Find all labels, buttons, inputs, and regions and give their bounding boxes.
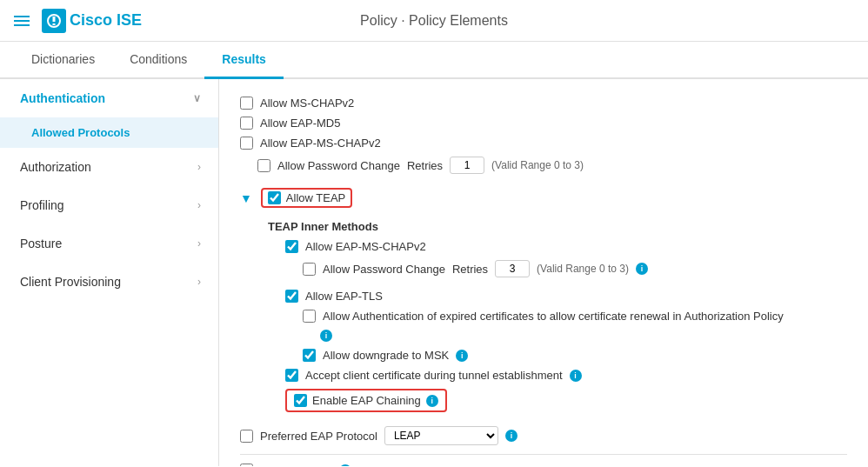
retries-label-teap: Retries [452, 263, 488, 276]
label-allow-password-change-top: Allow Password Change [277, 159, 400, 172]
row-allow-teap: ▼ Allow TEAP [240, 184, 847, 211]
sidebar-item-profiling[interactable]: Profiling › [0, 186, 218, 224]
checkbox-allow-eap-ms-chapv2-top[interactable] [240, 137, 253, 150]
teap-inner-methods-title: TEAP Inner Methods [268, 220, 847, 233]
checkbox-teap-allow-password-change[interactable] [303, 263, 316, 276]
checkbox-teap-allow-auth-expired[interactable] [303, 310, 316, 323]
label-teap-allow-downgrade: Allow downgrade to MSK [323, 349, 449, 362]
label-teap-enable-eap-chaining: Enable EAP Chaining [312, 394, 421, 407]
info-icon-downgrade[interactable]: i [456, 350, 468, 362]
label-teap-allow-eap-tls: Allow EAP-TLS [305, 290, 383, 303]
tab-results[interactable]: Results [204, 42, 284, 79]
checkbox-allow-ms-chapv2-top[interactable] [240, 97, 253, 110]
label-allow-eap-md5: Allow EAP-MD5 [260, 117, 340, 130]
enable-eap-chaining-highlight: Enable EAP Chaining i [285, 389, 447, 412]
info-icon-preferred-eap[interactable]: i [505, 430, 517, 442]
sidebar-item-client-provisioning[interactable]: Client Provisioning › [0, 263, 218, 301]
row-preferred-eap: Preferred EAP Protocol LEAP EAP-TLS EAP-… [240, 423, 847, 449]
info-icon-eap-tls-lbit[interactable]: i [339, 464, 351, 467]
label-teap-allow-eap-ms-chapv2: Allow EAP-MS-CHAPv2 [305, 240, 426, 253]
brand-name: Cisco ISE [70, 11, 142, 30]
svg-rect-1 [53, 17, 56, 22]
sidebar-item-posture[interactable]: Posture › [0, 224, 218, 263]
allow-teap-highlight: Allow TEAP [261, 188, 352, 208]
retries-input-teap[interactable] [495, 260, 530, 277]
tab-bar: Dictionaries Conditions Results [0, 42, 868, 79]
svg-rect-2 [53, 23, 56, 25]
chevron-right-icon: › [197, 161, 201, 173]
checkbox-teap-allow-eap-ms-chapv2[interactable] [285, 240, 298, 253]
checkbox-allow-teap[interactable] [268, 191, 281, 204]
top-nav: Cisco ISE Policy · Policy Elements [0, 0, 868, 42]
row-teap-enable-eap-chaining: Enable EAP Chaining i [285, 385, 847, 416]
valid-range-teap: (Valid Range 0 to 3) [537, 263, 629, 275]
tab-dictionaries[interactable]: Dictionaries [14, 42, 112, 79]
checkbox-preferred-eap[interactable] [240, 430, 253, 443]
chevron-right-icon: › [197, 237, 201, 250]
chevron-right-icon: › [197, 276, 201, 288]
checkbox-teap-enable-eap-chaining[interactable] [294, 394, 307, 407]
label-preferred-eap: Preferred EAP Protocol [260, 430, 377, 443]
divider-1 [240, 454, 847, 455]
checkbox-teap-allow-downgrade[interactable] [303, 349, 316, 362]
hamburger-button[interactable] [14, 13, 30, 29]
chevron-down-icon: ∨ [193, 92, 201, 104]
teap-inner-methods-section: TEAP Inner Methods Allow EAP-MS-CHAPv2 A… [268, 220, 847, 416]
row-teap-accept-client-cert: Accept client certificate during tunnel … [285, 365, 847, 385]
row-allow-ms-chapv2-top: Allow MS-CHAPv2 [240, 93, 847, 113]
tab-conditions[interactable]: Conditions [112, 42, 204, 79]
chevron-right-icon: › [197, 199, 201, 211]
preferred-eap-dropdown[interactable]: LEAP EAP-TLS EAP-MS-CHAPv2 [384, 426, 498, 445]
row-teap-allow-eap-ms-chapv2: Allow EAP-MS-CHAPv2 [285, 237, 847, 257]
main-layout: Authentication ∨ Allowed Protocols Autho… [0, 79, 868, 466]
row-teap-allow-auth-expired: Allow Authentication of expired certific… [303, 306, 847, 326]
checkbox-eap-tls-lbit[interactable] [240, 464, 253, 466]
retries-input-top[interactable] [450, 157, 484, 174]
label-allow-eap-ms-chapv2-top: Allow EAP-MS-CHAPv2 [260, 137, 381, 150]
label-eap-tls-lbit: EAP-TLS L-bit [260, 464, 332, 466]
sidebar-subitem-allowed-protocols[interactable]: Allowed Protocols [0, 117, 218, 148]
row-teap-allow-password-change: Allow Password Change Retries (Valid Ran… [303, 257, 847, 281]
sidebar-item-authorization[interactable]: Authorization › [0, 148, 218, 186]
label-teap-allow-auth-expired: Allow Authentication of expired certific… [323, 310, 784, 323]
row-teap-allow-downgrade: Allow downgrade to MSK i [303, 345, 847, 365]
sidebar: Authentication ∨ Allowed Protocols Autho… [0, 79, 219, 466]
row-info-icon-row: i [303, 326, 847, 345]
row-teap-allow-eap-tls: Allow EAP-TLS [285, 286, 847, 306]
info-icon-auth-expired[interactable]: i [320, 330, 332, 342]
brand: Cisco ISE [42, 9, 142, 33]
row-allow-eap-md5: Allow EAP-MD5 [240, 113, 847, 133]
label-allow-ms-chapv2-top: Allow MS-CHAPv2 [260, 97, 354, 110]
row-eap-tls-lbit: EAP-TLS L-bit i [240, 460, 847, 466]
checkbox-allow-password-change-top[interactable] [257, 159, 270, 172]
label-allow-teap: Allow TEAP [286, 191, 345, 204]
row-allow-eap-ms-chapv2-top: Allow EAP-MS-CHAPv2 [240, 133, 847, 153]
sidebar-item-authentication[interactable]: Authentication ∨ [0, 79, 218, 117]
info-icon-eap-chaining[interactable]: i [426, 395, 438, 407]
checkbox-teap-accept-client-cert[interactable] [285, 369, 298, 382]
brand-logo [42, 9, 66, 33]
info-icon-retries-teap[interactable]: i [636, 263, 648, 275]
info-icon-accept-client-cert[interactable]: i [570, 370, 582, 382]
page-title: Policy · Policy Elements [360, 13, 508, 29]
retries-label-top: Retries [407, 159, 443, 172]
main-content: Allow MS-CHAPv2 Allow EAP-MD5 Allow EAP-… [219, 79, 868, 466]
teap-arrow-icon: ▼ [240, 191, 252, 205]
checkbox-allow-eap-md5[interactable] [240, 117, 253, 130]
valid-range-top: (Valid Range 0 to 3) [491, 159, 584, 171]
label-teap-allow-password-change: Allow Password Change [323, 263, 445, 276]
checkbox-teap-allow-eap-tls[interactable] [285, 290, 298, 303]
row-allow-password-change-top: Allow Password Change Retries (Valid Ran… [240, 153, 847, 177]
label-teap-accept-client-cert: Accept client certificate during tunnel … [305, 369, 563, 382]
